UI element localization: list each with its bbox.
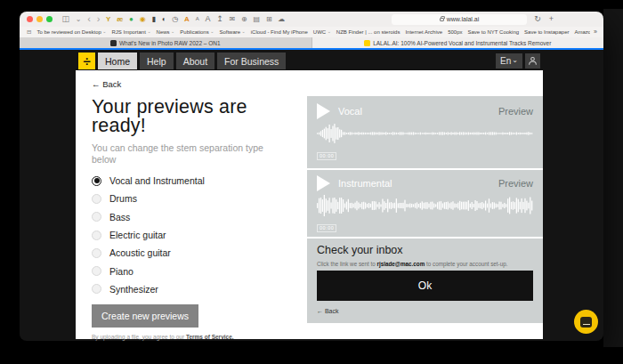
- lalal-logo[interactable]: ÷: [78, 53, 95, 69]
- address-bar[interactable]: www.lalal.ai: [392, 14, 527, 25]
- minimize-button[interactable]: [36, 16, 43, 22]
- desktop-background-strip: [603, 9, 623, 347]
- stem-option-vocal-and-instrumental[interactable]: Vocal and Instrumental: [92, 172, 307, 190]
- instrumental-waveform[interactable]: [317, 194, 533, 217]
- tab-favicon: [364, 40, 370, 46]
- cloud-icon[interactable]: ☁: [278, 12, 285, 27]
- back-link[interactable]: ← Back: [92, 79, 121, 89]
- stem-option-bass[interactable]: Bass: [92, 208, 307, 226]
- bookmark-item[interactable]: To be reviewed on Desktop⌄: [36, 29, 106, 35]
- chevron-down-icon: ⌄: [512, 56, 518, 64]
- reader-icon[interactable]: ▤: [254, 12, 261, 27]
- reload-icon[interactable]: ↻: [534, 12, 541, 27]
- bookmark-item[interactable]: RJS Important⌄: [112, 29, 151, 35]
- play-icon[interactable]: [317, 175, 330, 191]
- bookmark-label: Save to NYT Cooking: [468, 29, 520, 35]
- bookmark-items: To be reviewed on Desktop⌄RJS Important⌄…: [36, 29, 603, 35]
- terms-of-service-link[interactable]: Terms of Service.: [186, 334, 234, 340]
- share-icon[interactable]: ↥: [216, 12, 223, 27]
- inbox-back-link[interactable]: ← Back: [317, 308, 339, 314]
- page-title: Your previews are ready!: [92, 98, 280, 135]
- option-label: Piano: [109, 266, 134, 277]
- close-button[interactable]: [27, 16, 33, 22]
- preview-column: Vocal Preview 00:00 Instrumental Preview: [307, 70, 543, 339]
- play-icon[interactable]: [317, 103, 330, 119]
- chevron-down-icon: ⌄: [171, 28, 174, 34]
- grid-icon[interactable]: ⊞: [266, 12, 272, 27]
- bookmark-item[interactable]: UWC⌄: [313, 29, 331, 35]
- forward-icon[interactable]: ›: [97, 12, 101, 27]
- bookmark-item[interactable]: Publications⌄: [180, 29, 214, 35]
- chevron-down-icon: ⌄: [242, 28, 246, 34]
- option-label: Electric guitar: [109, 230, 166, 240]
- option-label: Drums: [109, 193, 137, 204]
- bookmarks-overflow-button[interactable]: »: [590, 27, 603, 37]
- bookmark-item[interactable]: Software⌄: [219, 29, 245, 35]
- nav-for-business[interactable]: For Business: [217, 53, 286, 69]
- globe-icon[interactable]: ⊕: [241, 12, 247, 27]
- ext-green-dot-icon[interactable]: ●: [129, 12, 134, 27]
- stem-option-electric-guitar[interactable]: Electric guitar: [92, 226, 307, 244]
- stem-options: Vocal and InstrumentalDrumsBassElectric …: [92, 172, 307, 298]
- bookmark-item[interactable]: iCloud - Find My iPhone: [251, 29, 308, 35]
- inbox-message-prefix: Click the link we sent to: [317, 261, 377, 267]
- language-label: En: [500, 56, 511, 66]
- text-larger-icon[interactable]: A: [205, 12, 210, 27]
- ext-ae-icon[interactable]: æ: [117, 12, 123, 27]
- stem-option-drums[interactable]: Drums: [92, 190, 307, 207]
- create-new-previews-button[interactable]: Create new previews: [92, 304, 198, 328]
- bookmarks-grid-icon[interactable]: ⊟: [27, 28, 31, 36]
- ext-y-icon[interactable]: Y: [106, 12, 110, 27]
- account-button[interactable]: [525, 53, 540, 69]
- chevron-down-icon: ⌄: [147, 28, 150, 34]
- chevron-down-icon[interactable]: ⌄: [76, 12, 82, 27]
- ok-button[interactable]: Ok: [317, 271, 533, 301]
- bookmark-item[interactable]: News⌄: [157, 29, 175, 35]
- sidebar-icon[interactable]: ◫: [61, 12, 69, 27]
- tab-photo-raw[interactable]: What's New in Photo RAW 2022 – ON1: [20, 37, 312, 48]
- chat-icon: [580, 317, 592, 328]
- radio-icon: [92, 231, 101, 240]
- new-tab-button[interactable]: +: [549, 12, 554, 27]
- url-text: www.lalal.ai: [447, 16, 480, 22]
- chat-widget-button[interactable]: [574, 310, 598, 334]
- inbox-message: Click the link we sent to rjslade@mac.co…: [317, 261, 533, 267]
- vocal-preview-card: Vocal Preview 00:00: [307, 96, 543, 168]
- instrumental-preview-card: Instrumental Preview 00:00: [307, 170, 543, 237]
- bookmark-label: News: [157, 29, 170, 35]
- ext-key-icon[interactable]: ▮: [152, 12, 156, 27]
- nav-about[interactable]: About: [176, 53, 214, 69]
- preview-badge: Preview: [498, 106, 533, 117]
- stem-option-synthesizer[interactable]: Synthesizer: [92, 280, 307, 298]
- bookmark-item[interactable]: Save to NYT Cooking: [468, 29, 520, 35]
- ext-gold-ring-icon[interactable]: ◉: [140, 12, 146, 27]
- language-selector[interactable]: En ⌄: [496, 53, 522, 69]
- terms-prefix: By uploading a file, you agree to our: [92, 334, 186, 340]
- bookmark-item[interactable]: Save to Instapaper: [524, 29, 569, 35]
- bookmark-label: 500px: [448, 29, 462, 35]
- bookmark-label: RJS Important: [112, 29, 146, 35]
- bookmark-item[interactable]: NZB Finder | ... on steroids: [336, 29, 400, 35]
- chevron-down-icon: ⌄: [102, 28, 106, 34]
- ext-a-orange-icon[interactable]: A: [184, 12, 190, 27]
- stem-option-piano[interactable]: Piano: [92, 262, 307, 279]
- tab-lalal-ai[interactable]: LALAL.AI: 100% AI-Powered Vocal and Inst…: [312, 37, 604, 48]
- radio-icon: [92, 176, 101, 186]
- nav-home[interactable]: Home: [98, 53, 137, 69]
- ext-contrast-icon[interactable]: ◐: [162, 12, 166, 27]
- bookmark-item[interactable]: 500px: [448, 29, 462, 35]
- mail-icon[interactable]: ✉: [230, 12, 236, 27]
- option-label: Vocal and Instrumental: [109, 175, 205, 186]
- site-nav: HomeHelpAboutFor Business: [98, 53, 288, 69]
- nav-help[interactable]: Help: [140, 53, 174, 69]
- site-header: ÷ HomeHelpAboutFor Business En ⌄: [78, 52, 540, 70]
- vocal-waveform[interactable]: [317, 122, 533, 145]
- check-inbox-card: Check your inbox Click the link we sent …: [307, 239, 543, 323]
- ext-clock-icon[interactable]: ◷: [172, 12, 178, 27]
- text-smaller-icon[interactable]: A: [196, 12, 199, 27]
- back-icon[interactable]: ‹: [87, 12, 91, 27]
- bookmark-item[interactable]: Internet Archive: [405, 29, 442, 35]
- zoom-button[interactable]: [46, 16, 53, 22]
- track-name: Instrumental: [338, 178, 392, 189]
- stem-option-acoustic-guitar[interactable]: Acoustic guitar: [92, 244, 307, 262]
